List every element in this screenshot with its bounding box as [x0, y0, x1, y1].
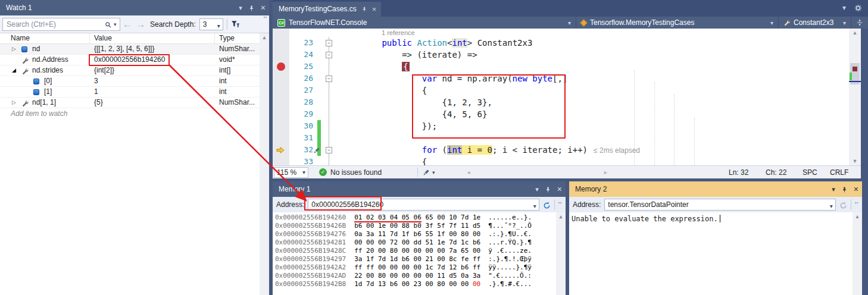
tab-pin-icon[interactable]	[361, 2, 367, 17]
expander-icon[interactable]: ▷	[12, 99, 16, 105]
code-cleanup-icon[interactable]	[423, 168, 430, 177]
tab-close-icon[interactable]: ×	[372, 2, 377, 17]
chevron-down-icon[interactable]: ▾	[830, 201, 833, 211]
split-editor-handle[interactable]	[851, 17, 868, 29]
document-dropdown-icon[interactable]: ▾	[842, 4, 846, 12]
member-select[interactable]: Constant2x3 ▾	[779, 17, 851, 29]
watch-scrollbar[interactable]: ▲	[260, 33, 269, 295]
code-editor[interactable]: 1 reference 23 − public Action<int> Cons…	[273, 29, 861, 165]
watch-row-strides-1[interactable]: [1] 1 int	[0, 87, 269, 98]
cleanup-dropdown-icon[interactable]: ▾	[432, 170, 435, 175]
issues-status[interactable]: No issues found	[330, 168, 382, 177]
watch-row-nd[interactable]: ▷ nd {[[1, 2, 3], [4, 5, 6]]} NumShar...	[0, 44, 269, 55]
chevron-down-icon: ▾	[843, 20, 846, 26]
property-icon	[21, 99, 29, 107]
memory1-title-bar[interactable]: Memory 1 ▾ ×	[273, 181, 566, 197]
outline-collapse-box[interactable]: −	[326, 40, 332, 46]
code-line-33[interactable]: 33 {	[273, 156, 861, 165]
search-icon[interactable]	[105, 20, 112, 29]
outline-collapse-box[interactable]: −	[326, 76, 332, 82]
status-spaces: SPC	[803, 168, 830, 177]
refresh-icon[interactable]	[839, 200, 847, 209]
scroll-up-icon: ▲	[556, 212, 566, 221]
window-position-icon[interactable]: ▾	[832, 181, 835, 197]
zoom-select[interactable]: 115 % ▾	[274, 167, 308, 178]
type-select[interactable]: Tensorflow.MemoryTestingCases ▾	[576, 17, 779, 29]
filter-icon[interactable]	[231, 20, 240, 29]
memory1-hex-dump[interactable]: 0x000002556B19426001 02 03 04 05 06 65 0…	[273, 212, 566, 295]
column-header-name: Name	[11, 34, 30, 42]
column-header-type: Type	[219, 34, 235, 42]
column-header-value: Value	[94, 34, 112, 42]
pin-icon[interactable]	[841, 181, 848, 197]
watch-value[interactable]: {5}	[94, 98, 103, 106]
hscroll-left-icon[interactable]: ◂	[467, 169, 470, 175]
search-input[interactable]	[2, 18, 120, 31]
field-icon	[21, 46, 27, 52]
code-line-24[interactable]: 24 − => (iterate) =>	[273, 49, 861, 61]
code-line-30[interactable]: 30 });	[273, 120, 861, 132]
search-dropdown-icon[interactable]: ▾	[114, 21, 117, 27]
chevron-down-icon: ▾	[217, 21, 220, 30]
memory2-title-bar[interactable]: Memory 2 ▾ ×	[569, 181, 862, 197]
search-forward-icon[interactable]: →	[136, 19, 145, 29]
watch-row-nd-strides[interactable]: ◢ nd.strides {int[2]} int[]	[0, 65, 269, 76]
expander-icon[interactable]: ◢	[12, 67, 16, 73]
outline-collapse-box[interactable]: −	[326, 52, 332, 58]
watch-value[interactable]: {int[2]}	[94, 66, 114, 74]
memory2-scrollbar[interactable]: ▲	[853, 212, 862, 295]
code-line-27[interactable]: 27 {	[273, 84, 861, 96]
outline-collapse-box[interactable]: −	[326, 147, 332, 153]
watch-type: int	[219, 77, 227, 85]
toolbar-overflow-icon[interactable]: ’’	[264, 16, 267, 23]
hex-row: 0x000002556B1942B81d 7d 13 b6 00 23 00 8…	[275, 280, 566, 288]
refresh-icon[interactable]	[543, 200, 551, 209]
watch-value[interactable]: {[[1, 2, 3], [4, 5, 6]]}	[94, 45, 154, 53]
address-label: Address:	[276, 200, 304, 209]
addressbar-overflow-icon[interactable]: ’’	[855, 202, 858, 208]
watch-row-nd-address[interactable]: nd.Address 0x000002556b194260 void*	[0, 55, 269, 65]
addressbar-overflow-icon[interactable]: ’’	[558, 202, 562, 208]
expander-icon[interactable]: ▷	[12, 46, 16, 52]
gear-icon[interactable]	[854, 4, 862, 12]
add-watch-item[interactable]: Add item to watch	[0, 108, 269, 118]
code-line-23[interactable]: 23 − public Action<int> Constant2x3	[273, 37, 861, 49]
close-icon[interactable]: ×	[261, 0, 266, 15]
watch-value[interactable]: 1	[94, 87, 98, 96]
watch-row-strides-0[interactable]: [0] 3 int	[0, 76, 269, 87]
breakpoint-icon[interactable]	[277, 62, 285, 71]
watch-value[interactable]: 0x000002556b194260	[94, 55, 165, 64]
window-position-icon[interactable]: ▾	[535, 181, 539, 197]
memory1-address-input[interactable]: 0x000002556B194260 ▾	[308, 199, 539, 211]
chevron-down-icon[interactable]: ▾	[533, 201, 536, 211]
hscroll-right-icon[interactable]: ▸	[604, 169, 607, 175]
watch-value[interactable]: 3	[94, 77, 98, 85]
project-select[interactable]: C# TensorFlowNET.Console ▾	[273, 17, 576, 29]
code-line-31[interactable]: 31	[273, 132, 861, 144]
close-icon[interactable]: ×	[854, 181, 858, 197]
code-line-32[interactable]: 32 − for (int i = 0; i < iterate; i++) ≤…	[273, 144, 861, 156]
memory1-scrollbar[interactable]: ▲	[556, 212, 566, 295]
pin-icon[interactable]	[545, 181, 551, 197]
watch-name: nd.strides	[32, 66, 63, 74]
watch-grid-header[interactable]: Name Value Type	[0, 33, 269, 44]
memory2-content[interactable]: Unable to evaluate the expression. ▲	[569, 212, 862, 295]
search-depth-select[interactable]: 3 ▾	[199, 18, 223, 30]
watch-title-bar[interactable]: Watch 1 ▾ ×	[0, 0, 269, 15]
tab-memorytestingcases[interactable]: MemoryTestingCases.cs ×	[273, 2, 381, 17]
codelens-references[interactable]: 1 reference	[336, 29, 415, 37]
code-line-25[interactable]: 25 {	[273, 61, 861, 73]
code-line-26[interactable]: 26 − var nd = np.array(new byte[,]	[273, 73, 861, 84]
close-icon[interactable]: ×	[557, 181, 562, 197]
search-back-icon[interactable]: ←	[123, 19, 132, 29]
status-line: Ln: 32	[729, 168, 766, 177]
memory2-address-input[interactable]: tensor.TensorDataPointer ▾	[604, 199, 835, 211]
watch-row-nd11[interactable]: ▷ nd[1, 1] {5} NumShar...	[0, 98, 269, 108]
code-line-29[interactable]: 29 {4, 5, 6}	[273, 108, 861, 120]
watch-type: NumShar...	[219, 45, 255, 53]
code-line-28[interactable]: 28 {1, 2, 3},	[273, 96, 861, 108]
pin-icon[interactable]	[248, 0, 255, 15]
code-cleanup-brush-icon[interactable]	[313, 146, 320, 154]
hex-row: 0x000002556B1942760a 3a 11 7d 1f b6 55 1…	[275, 230, 566, 238]
window-position-icon[interactable]: ▾	[239, 0, 242, 15]
